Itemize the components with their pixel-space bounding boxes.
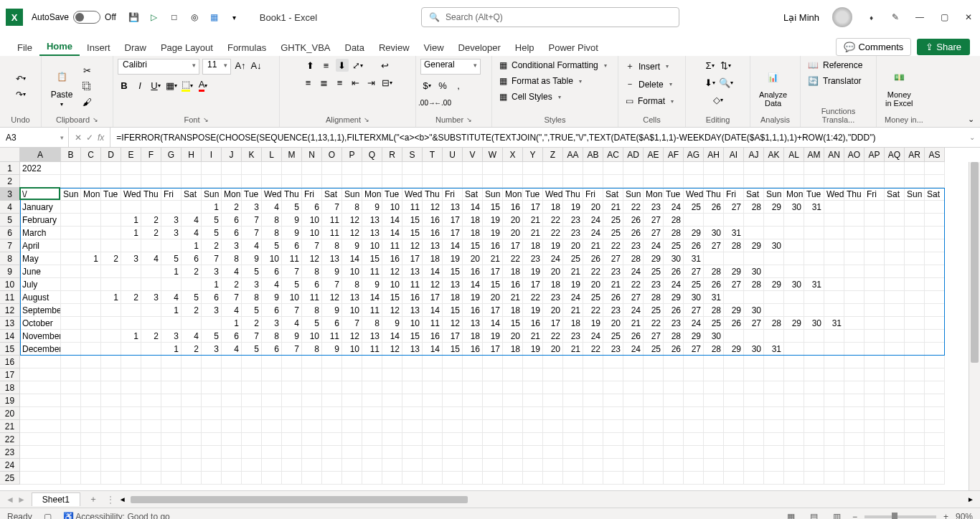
cell-D21[interactable] xyxy=(101,420,121,433)
cell-N1[interactable] xyxy=(302,162,322,175)
cell-N4[interactable]: 6 xyxy=(302,201,322,214)
cell-J25[interactable] xyxy=(222,472,242,485)
column-header-AI[interactable]: AI xyxy=(724,148,744,162)
cell-AN9[interactable] xyxy=(824,265,844,278)
cell-J20[interactable] xyxy=(222,407,242,420)
cell-AP23[interactable] xyxy=(864,446,885,459)
accounting-format-button[interactable]: $▾ xyxy=(420,79,433,92)
cell-I10[interactable]: 1 xyxy=(202,278,222,291)
cell-AJ6[interactable] xyxy=(744,227,764,239)
cell-U10[interactable]: 13 xyxy=(443,278,463,291)
cell-D23[interactable] xyxy=(101,446,121,459)
cell-L25[interactable] xyxy=(262,472,282,485)
cell-AG23[interactable] xyxy=(684,446,704,459)
column-header-B[interactable]: B xyxy=(61,148,81,162)
cell-AP19[interactable] xyxy=(864,394,885,407)
cell-N14[interactable]: 10 xyxy=(302,330,322,343)
cell-G25[interactable] xyxy=(161,472,182,485)
cell-G18[interactable] xyxy=(161,381,182,394)
sort-filter-button[interactable]: ⇅▾ xyxy=(720,59,732,72)
cell-AK13[interactable]: 28 xyxy=(764,317,784,330)
cell-F1[interactable] xyxy=(141,162,161,175)
cell-Y16[interactable] xyxy=(523,356,543,368)
cell-K16[interactable] xyxy=(242,356,262,368)
cell-G23[interactable] xyxy=(161,446,182,459)
stop-macro-button[interactable]: □ xyxy=(168,11,181,24)
cell-AE24[interactable] xyxy=(644,459,664,472)
cell-AQ6[interactable] xyxy=(885,227,905,239)
cell-G5[interactable]: 3 xyxy=(161,214,182,227)
cell-AA1[interactable] xyxy=(563,162,583,175)
cell-AM25[interactable] xyxy=(804,472,824,485)
format-as-table-button[interactable]: ▦Format as Table▾ xyxy=(496,75,585,87)
cell-O16[interactable] xyxy=(322,356,342,368)
cell-AN14[interactable] xyxy=(824,330,844,343)
cell-C14[interactable] xyxy=(81,330,101,343)
cell-AL20[interactable] xyxy=(784,407,804,420)
cell-I11[interactable]: 6 xyxy=(202,291,222,304)
cell-AS13[interactable] xyxy=(925,317,945,330)
cell-O23[interactable] xyxy=(322,446,342,459)
cell-R15[interactable]: 12 xyxy=(382,343,402,356)
cell-J17[interactable] xyxy=(222,368,242,381)
cell-H19[interactable] xyxy=(182,394,202,407)
cell-C16[interactable] xyxy=(81,356,101,368)
cell-H24[interactable] xyxy=(182,459,202,472)
cell-T2[interactable] xyxy=(423,175,443,188)
cell-AF11[interactable]: 29 xyxy=(664,291,684,304)
cell-AN5[interactable] xyxy=(824,214,844,227)
cell-I15[interactable]: 3 xyxy=(202,343,222,356)
cell-G16[interactable] xyxy=(161,356,182,368)
cell-AI18[interactable] xyxy=(724,381,744,394)
row-header-22[interactable]: 22 xyxy=(0,433,19,446)
column-header-I[interactable]: I xyxy=(202,148,222,162)
column-header-AK[interactable]: AK xyxy=(764,148,784,162)
cell-AF9[interactable]: 26 xyxy=(664,265,684,278)
cell-AS14[interactable] xyxy=(925,330,945,343)
cell-I5[interactable]: 5 xyxy=(202,214,222,227)
cell-N20[interactable] xyxy=(302,407,322,420)
cell-U6[interactable]: 17 xyxy=(443,227,463,239)
cell-AO17[interactable] xyxy=(844,368,864,381)
cell-AP20[interactable] xyxy=(864,407,885,420)
cell-Q20[interactable] xyxy=(362,407,382,420)
cell-N2[interactable] xyxy=(302,175,322,188)
cell-AH1[interactable] xyxy=(704,162,724,175)
cell-C25[interactable] xyxy=(81,472,101,485)
cell-AM2[interactable] xyxy=(804,175,824,188)
cell-M15[interactable]: 7 xyxy=(282,343,302,356)
tab-pagelayout[interactable]: Page Layout xyxy=(154,39,220,56)
cell-M5[interactable]: 9 xyxy=(282,214,302,227)
cell-D1[interactable] xyxy=(101,162,121,175)
cell-AA23[interactable] xyxy=(563,446,583,459)
cell-AC14[interactable]: 25 xyxy=(603,330,623,343)
cell-Z10[interactable]: 18 xyxy=(543,278,563,291)
cell-AA13[interactable]: 18 xyxy=(563,317,583,330)
cell-T11[interactable]: 17 xyxy=(423,291,443,304)
cell-AF18[interactable] xyxy=(664,381,684,394)
cell-V20[interactable] xyxy=(463,407,483,420)
row-header-12[interactable]: 12 xyxy=(0,304,19,317)
cell-S9[interactable]: 13 xyxy=(402,265,423,278)
cell-AF16[interactable] xyxy=(664,356,684,368)
cell-E17[interactable] xyxy=(121,368,141,381)
cell-AS20[interactable] xyxy=(925,407,945,420)
cell-K6[interactable]: 7 xyxy=(242,227,262,239)
cell-Z22[interactable] xyxy=(543,433,563,446)
normal-view-button[interactable]: ▦ xyxy=(783,510,799,520)
cell-X7[interactable]: 17 xyxy=(503,239,523,252)
cell-K18[interactable] xyxy=(242,381,262,394)
cell-AS7[interactable] xyxy=(925,239,945,252)
cell-Q16[interactable] xyxy=(362,356,382,368)
cell-AN1[interactable] xyxy=(824,162,844,175)
cell-W4[interactable]: 15 xyxy=(483,201,503,214)
cell-AK16[interactable] xyxy=(764,356,784,368)
cell-S21[interactable] xyxy=(402,420,423,433)
cell-H14[interactable]: 4 xyxy=(182,330,202,343)
cell-U14[interactable]: 17 xyxy=(443,330,463,343)
cell-AA19[interactable] xyxy=(563,394,583,407)
cell-AG21[interactable] xyxy=(684,420,704,433)
column-header-AJ[interactable]: AJ xyxy=(744,148,764,162)
coming-soon-icon[interactable]: ✎ xyxy=(890,11,901,23)
cell-AC11[interactable]: 26 xyxy=(603,291,623,304)
